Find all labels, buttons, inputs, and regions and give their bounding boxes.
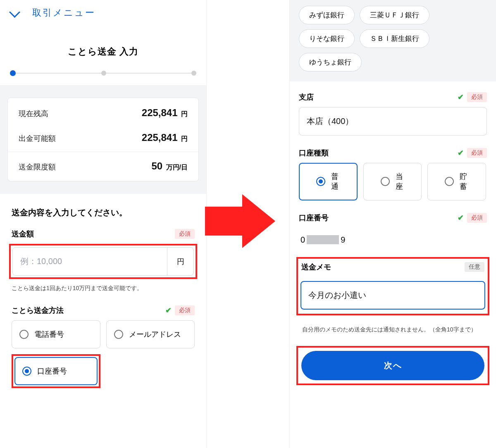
obscured-icon [307, 235, 339, 244]
step-dot-1 [10, 70, 16, 76]
amount-note: ことら送金は1回あたり10万円まで送金可能です。 [12, 285, 195, 292]
balance-unit: 円 [181, 110, 188, 117]
account-type-chochiku[interactable]: 貯蓄 [427, 163, 486, 200]
account-type-futsu[interactable]: 普通 [299, 163, 358, 200]
bank-chip-mufg[interactable]: 三菱ＵＦＪ銀行 [360, 6, 429, 24]
amount-field-block: 送金額 必須 例：10,000 円 ことら送金は1回あたり10万円まで送金可能で… [0, 224, 206, 292]
highlight-next: 次へ [296, 346, 489, 385]
method-label: ことら送金方法 [12, 305, 64, 315]
acct-type-chochiku-label: 貯蓄 [460, 172, 469, 192]
amount-input[interactable]: 例：10,000 [13, 248, 167, 275]
limit-value: 50 [151, 160, 162, 172]
radio-icon [381, 177, 390, 186]
method-options: 電話番号 メールアドレス 口座番号 [12, 320, 195, 388]
balance-value: 225,841 [142, 107, 178, 118]
withdrawable-unit: 円 [181, 135, 188, 142]
radio-icon-selected [22, 367, 31, 376]
branch-label: 支店 [299, 92, 314, 102]
withdrawable-row: 出金可能額 225,841 円 [8, 125, 198, 150]
account-type-field-block: 口座種類 ✔ 必須 普通 当座 貯蓄 [290, 143, 496, 200]
step-line [106, 73, 192, 74]
balance-summary-panel: 現在残高 225,841 円 出金可能額 225,841 円 送金限度額 50 … [0, 85, 206, 194]
summary-divider [8, 152, 198, 152]
acct-type-futsu-label: 普通 [331, 172, 340, 192]
bank-chip-risona[interactable]: りそな銀行 [299, 29, 355, 48]
left-pane: 取引メニュー ことら送金 入力 現在残高 225,841 円 出金可能額 225… [0, 0, 207, 448]
account-type-options: 普通 当座 貯蓄 [299, 163, 487, 200]
memo-note: 自分用のメモのため送金先には通知されません。（全角10字まで） [290, 321, 496, 334]
next-button[interactable]: 次へ [301, 351, 484, 380]
required-badge: 必須 [175, 305, 195, 315]
memo-input[interactable]: 今月のお小遣い [300, 281, 485, 310]
method-field-block: ことら送金方法 ✔ 必須 電話番号 メールアドレス 口座番号 [0, 300, 206, 388]
account-type-touza[interactable]: 当座 [363, 163, 422, 200]
highlight-account-method: 口座番号 [12, 354, 100, 388]
highlight-amount: 例：10,000 円 [9, 244, 197, 279]
right-pane: みずほ銀行 三菱ＵＦＪ銀行 りそな銀行 ＳＢＩ新生銀行 ゆうちょ銀行 支店 ✔ … [289, 0, 496, 448]
method-email-label: メールアドレス [129, 329, 181, 339]
balance-summary-card: 現在残高 225,841 円 出金可能額 225,841 円 送金限度額 50 … [7, 98, 199, 181]
account-number-label: 口座番号 [299, 213, 329, 223]
radio-icon [445, 177, 454, 186]
step-line [16, 73, 101, 74]
section-prompt: 送金内容を入力してください。 [0, 194, 206, 224]
menu-label: 取引メニュー [32, 7, 95, 19]
required-badge: 必須 [467, 213, 487, 223]
account-type-label: 口座種類 [299, 148, 329, 158]
method-option-email[interactable]: メールアドレス [106, 320, 195, 348]
radio-icon [114, 330, 123, 339]
check-icon: ✔ [458, 93, 464, 102]
method-phone-label: 電話番号 [34, 329, 64, 339]
bank-chip-sbi[interactable]: ＳＢＩ新生銀行 [360, 29, 429, 48]
withdrawable-label: 出金可能額 [19, 133, 56, 143]
balance-label: 現在残高 [19, 109, 48, 119]
acct-num-prefix: 0 [300, 235, 305, 245]
branch-input[interactable]: 本店（400） [299, 107, 487, 136]
required-badge: 必須 [467, 92, 487, 102]
limit-row: 送金限度額 50 万円/日 [8, 154, 198, 179]
method-option-phone[interactable]: 電話番号 [12, 320, 100, 348]
amount-input-wrap: 例：10,000 円 [12, 247, 194, 276]
required-badge: 必須 [175, 229, 195, 239]
acct-type-touza-label: 当座 [396, 172, 405, 192]
check-icon: ✔ [458, 148, 464, 157]
radio-icon [19, 330, 29, 339]
bank-chip-area: みずほ銀行 三菱ＵＦＪ銀行 りそな銀行 ＳＢＩ新生銀行 ゆうちょ銀行 [290, 0, 496, 81]
page-title: ことら送金 入力 [0, 45, 206, 58]
arrow-right-icon [205, 194, 275, 248]
method-option-account[interactable]: 口座番号 [14, 357, 98, 385]
account-number-field-block: 口座番号 ✔ 必須 0 9 [290, 208, 496, 245]
progress-stepper [10, 70, 196, 76]
balance-row: 現在残高 225,841 円 [8, 100, 198, 125]
check-icon: ✔ [165, 306, 172, 315]
account-number-value[interactable]: 0 9 [299, 228, 487, 245]
required-badge: 必須 [467, 148, 487, 158]
radio-icon-selected [316, 177, 325, 186]
highlight-memo: 送金メモ 任意 今月のお小遣い [296, 257, 489, 315]
limit-label: 送金限度額 [19, 162, 56, 172]
check-icon: ✔ [458, 213, 464, 222]
acct-num-suffix: 9 [341, 235, 345, 245]
branch-field-block: 支店 ✔ 必須 本店（400） [290, 87, 496, 136]
bank-chip-mizuho[interactable]: みずほ銀行 [299, 6, 355, 24]
amount-unit: 円 [167, 248, 193, 275]
chevron-down-icon [9, 9, 21, 17]
step-dot-2 [101, 71, 106, 76]
step-dot-3 [191, 71, 196, 76]
optional-badge: 任意 [465, 262, 484, 272]
method-account-label: 口座番号 [37, 366, 67, 376]
memo-label: 送金メモ [301, 262, 331, 272]
bank-chip-yucho[interactable]: ゆうちょ銀行 [299, 53, 362, 71]
svg-marker-0 [205, 194, 275, 248]
limit-unit: 万円/日 [166, 164, 188, 171]
menu-bar[interactable]: 取引メニュー [0, 0, 206, 26]
amount-label: 送金額 [12, 229, 34, 239]
withdrawable-value: 225,841 [142, 132, 178, 143]
